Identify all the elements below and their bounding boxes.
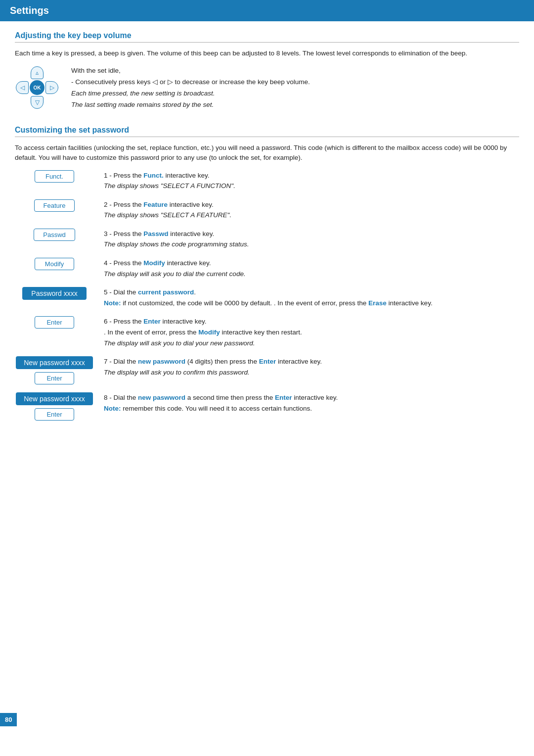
step-6-italic: The display will ask you to dial your ne… bbox=[104, 339, 255, 347]
beep-section-intro: Each time a key is pressed, a beep is gi… bbox=[15, 48, 519, 58]
step-2-text: 2 - Press the Feature interactive key. T… bbox=[104, 199, 519, 221]
beep-section-title: Adjusting the key beep volume bbox=[15, 31, 519, 43]
funct-key-button: Funct. bbox=[35, 170, 74, 183]
arrow-left-icon bbox=[152, 78, 158, 86]
password-section-title: Customizing the set password bbox=[15, 126, 519, 137]
new-password-display-8: New password xxxx bbox=[16, 392, 93, 405]
step-7-key-area: New password xxxx Enter bbox=[15, 356, 94, 384]
step-4-key-area: Modify bbox=[15, 258, 94, 270]
beep-line1: With the set idle, bbox=[71, 65, 310, 77]
steps-container: Funct. 1 - Press the Funct. interactive … bbox=[15, 170, 519, 421]
page-title: Settings bbox=[10, 5, 524, 16]
enter-bold-8: Enter bbox=[275, 394, 292, 401]
password-display: Password xxxx bbox=[22, 287, 87, 300]
step-8-note: Note: remember this code. You will need … bbox=[104, 405, 312, 412]
dpad-right-btn: ▷ bbox=[45, 81, 58, 94]
erase-bold: Erase bbox=[368, 299, 387, 307]
step-5-note-bold: Note: bbox=[104, 299, 121, 307]
dpad-up-btn: ▵ bbox=[31, 66, 44, 79]
step-1-row: Funct. 1 - Press the Funct. interactive … bbox=[15, 170, 519, 191]
step-7-italic: The display will ask you to confirm this… bbox=[104, 369, 250, 376]
enter-bold-6: Enter bbox=[143, 318, 161, 325]
step-4-text: 4 - Press the Modify interactive key. Th… bbox=[104, 258, 519, 279]
step-3-italic: The display shows the code programming s… bbox=[104, 240, 249, 248]
beep-line2: - Consecutively press keys or to decreas… bbox=[71, 77, 310, 88]
step-5-key-area: Password xxxx bbox=[15, 287, 94, 300]
password-section: Customizing the set password To access c… bbox=[15, 126, 519, 421]
step-1-key-area: Funct. bbox=[15, 170, 94, 183]
enter-key-button-6: Enter bbox=[35, 316, 74, 329]
step-4-italic: The display will ask you to dial the cur… bbox=[104, 270, 246, 278]
dpad-illustration: ▵ ◁ OK ▷ ▽ bbox=[15, 65, 59, 110]
step-2-italic: The display shows "SELECT A FEATURE". bbox=[104, 211, 231, 219]
step-6-key-area: Enter bbox=[15, 316, 94, 329]
beep-line3: Each time pressed, the new setting is br… bbox=[71, 88, 310, 99]
beep-demo: ▵ ◁ OK ▷ ▽ With the set idle, - Consecut… bbox=[15, 65, 519, 111]
beep-section: Adjusting the key beep volume Each time … bbox=[15, 31, 519, 111]
new-paswword-bold-8: new paswword bbox=[138, 394, 185, 401]
step-1-text: 1 - Press the Funct. interactive key. Th… bbox=[104, 170, 519, 191]
step-5-row: Password xxxx 5 - Dial the current passw… bbox=[15, 287, 519, 308]
step-2-key-area: Feature bbox=[15, 199, 94, 212]
beep-instructions: With the set idle, - Consecutively press… bbox=[71, 65, 310, 111]
enter-bold-7: Enter bbox=[259, 358, 276, 365]
beep-line4: The last setting made remains stored by … bbox=[71, 99, 310, 111]
step-1-italic: The display shows "SELECT A FUNCTION". bbox=[104, 182, 235, 189]
step-8-key-area: New password xxxx Enter bbox=[15, 392, 94, 421]
feature-bold: Feature bbox=[143, 201, 168, 208]
step-8-text: 8 - Dial the new paswword a second time … bbox=[104, 392, 519, 414]
modify-bold-6: Modify bbox=[198, 329, 220, 336]
page-number: 80 bbox=[0, 713, 17, 726]
modify-bold: Modify bbox=[143, 259, 165, 267]
dpad-left-btn: ◁ bbox=[16, 81, 29, 94]
step-7-text: 7 - Dial the new paswword (4 digits) the… bbox=[104, 356, 519, 378]
new-password-display-7: New password xxxx bbox=[16, 356, 93, 369]
step-3-key-area: Passwd bbox=[15, 229, 94, 241]
step-5-text: 5 - Dial the current password. Note: if … bbox=[104, 287, 519, 308]
page-content: Adjusting the key beep volume Each time … bbox=[0, 21, 534, 455]
modify-key-button: Modify bbox=[35, 258, 74, 270]
enter-key-button-8: Enter bbox=[35, 408, 74, 421]
feature-key-button: Feature bbox=[34, 199, 75, 212]
dpad-down-btn: ▽ bbox=[31, 96, 44, 109]
step-8-row: New password xxxx Enter 8 - Dial the new… bbox=[15, 392, 519, 421]
step-6-row: Enter 6 - Press the Enter interactive ke… bbox=[15, 316, 519, 348]
password-section-intro: To access certain facilities (unlocking … bbox=[15, 143, 519, 163]
step-3-row: Passwd 3 - Press the Passwd interactive … bbox=[15, 229, 519, 250]
step-6-text: 6 - Press the Enter interactive key. . I… bbox=[104, 316, 519, 348]
funct-bold: Funct. bbox=[143, 172, 164, 179]
enter-key-button-7: Enter bbox=[35, 372, 74, 384]
step-3-text: 3 - Press the Passwd interactive key. Th… bbox=[104, 229, 519, 250]
step-2-row: Feature 2 - Press the Feature interactiv… bbox=[15, 199, 519, 221]
passwd-bold: Passwd bbox=[143, 230, 168, 237]
arrow-right-icon bbox=[168, 78, 173, 86]
current-password-bold: current password bbox=[138, 288, 194, 296]
new-paswword-bold-7: new paswword bbox=[138, 358, 185, 365]
dpad-center-ok: OK bbox=[30, 80, 44, 95]
step-4-row: Modify 4 - Press the Modify interactive … bbox=[15, 258, 519, 279]
passwd-key-button: Passwd bbox=[34, 229, 75, 241]
step-7-row: New password xxxx Enter 7 - Dial the new… bbox=[15, 356, 519, 384]
header-bar: Settings bbox=[0, 0, 534, 21]
